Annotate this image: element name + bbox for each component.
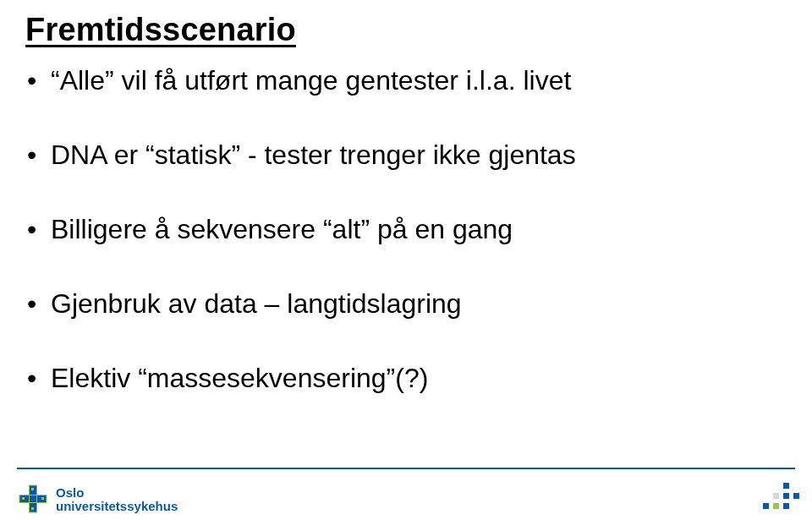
corner-dots-icon bbox=[763, 483, 800, 512]
bullet-text: Billigere å sekvensere bbox=[51, 214, 323, 244]
bullet-text: vil få utført mange gentester i.l.a. liv… bbox=[114, 65, 572, 96]
svg-rect-14 bbox=[783, 483, 789, 489]
quoted-text: massesekvensering bbox=[138, 363, 395, 393]
svg-rect-4 bbox=[22, 497, 25, 500]
slide-footer: Oslo universitetssykehus bbox=[0, 468, 812, 520]
quoted-text: statisk bbox=[145, 140, 240, 170]
bullet-text: Gjenbruk av data – langtidslagring bbox=[51, 288, 462, 319]
hospital-logo-text: Oslo universitetssykehus bbox=[56, 486, 178, 512]
bullet-text: DNA er bbox=[51, 140, 145, 170]
svg-rect-8 bbox=[763, 503, 769, 509]
bullet-item: Alle vil få utført mange gentester i.l.a… bbox=[25, 63, 787, 97]
svg-rect-13 bbox=[793, 493, 799, 499]
bullet-item: Billigere å sekvensere alt på en gang bbox=[25, 212, 787, 246]
svg-rect-9 bbox=[773, 503, 779, 509]
bullet-text: Elektiv bbox=[51, 363, 138, 393]
svg-rect-6 bbox=[31, 488, 34, 490]
slide-title: Fremtidsscenario bbox=[25, 12, 787, 48]
bullet-text: - tester trenger ikke gjentas bbox=[240, 140, 576, 170]
bullet-item: Elektiv massesekvensering(?) bbox=[25, 361, 787, 395]
logo-line-2: universitetssykehus bbox=[56, 500, 178, 512]
bullet-list: Alle vil få utført mange gentester i.l.a… bbox=[25, 63, 787, 395]
footer-rule bbox=[17, 468, 795, 469]
svg-rect-10 bbox=[783, 503, 789, 509]
bullet-text: på en gang bbox=[370, 214, 513, 244]
quoted-text: alt bbox=[323, 214, 370, 244]
svg-rect-7 bbox=[31, 507, 34, 510]
svg-rect-5 bbox=[41, 497, 44, 500]
plus-icon bbox=[17, 483, 49, 515]
bullet-item: Gjenbruk av data – langtidslagring bbox=[25, 287, 787, 320]
bullet-item: DNA er statisk - tester trenger ikke gje… bbox=[25, 138, 787, 172]
hospital-logo: Oslo universitetssykehus bbox=[17, 483, 178, 515]
slide: Fremtidsscenario Alle vil få utført mang… bbox=[0, 0, 812, 520]
bullet-text: (?) bbox=[395, 363, 428, 393]
svg-rect-12 bbox=[783, 493, 789, 499]
logo-line-1: Oslo bbox=[56, 486, 178, 499]
quoted-text: Alle bbox=[51, 65, 114, 96]
svg-rect-11 bbox=[773, 493, 779, 499]
